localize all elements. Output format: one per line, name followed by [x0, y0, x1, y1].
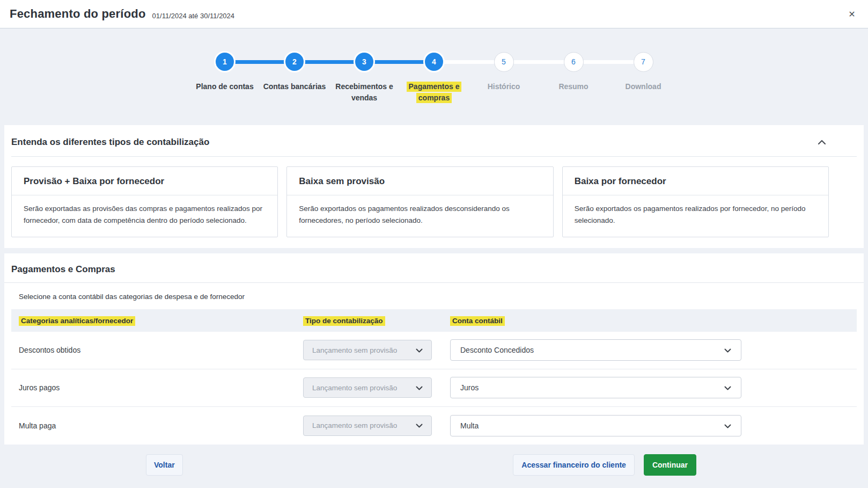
step-historico[interactable]: 5 Histórico	[469, 51, 539, 104]
step-5-label: Histórico	[468, 81, 539, 92]
accounting-type-value: Lançamento sem provisão	[312, 421, 397, 429]
step-5-circle: 5	[494, 52, 514, 72]
close-icon[interactable]: ✕	[845, 8, 858, 20]
card-baixa-por-fornecedor: Baixa por fornecedor Serão exportados os…	[562, 166, 829, 237]
step-7-label: Download	[608, 81, 679, 92]
step-connector	[303, 60, 356, 64]
card-description: Serão exportados os pagamentos realizado…	[287, 195, 553, 237]
table-row: Multa paga Lançamento sem provisão Multa	[11, 407, 857, 445]
card-title: Baixa por fornecedor	[563, 167, 828, 195]
page-title: Fechamento do período	[10, 7, 146, 21]
column-header-account: Conta contábil	[450, 316, 505, 326]
step-2-label: Contas bancárias	[259, 81, 330, 92]
step-resumo[interactable]: 6 Resumo	[539, 51, 608, 104]
step-7-circle: 7	[634, 52, 653, 72]
payments-purchases-section: Pagamentos e Compras Selecione a conta c…	[4, 253, 864, 445]
section-divider	[4, 282, 864, 283]
wizard-stepper: 1 Plano de contas 2 Contas bancárias 3 R…	[0, 28, 868, 125]
card-description: Serão exportadas as provisões das compra…	[12, 195, 277, 237]
table-header-row: Categorias analíticas/fornecedor Tipo de…	[11, 309, 857, 332]
column-header-category: Categorias analíticas/fornecedor	[19, 316, 135, 326]
payments-section-title: Pagamentos e Compras	[11, 264, 857, 275]
card-provisao-baixa-fornecedor: Provisão + Baixa por fornecedor Serão ex…	[11, 166, 278, 237]
step-6-circle: 6	[564, 52, 584, 72]
card-description: Serão exportados os pagamentos realizado…	[563, 195, 828, 237]
account-value: Multa	[460, 421, 479, 430]
table-row: Juros pagos Lançamento sem provisão Juro…	[11, 369, 857, 407]
column-header-accounting-type: Tipo de contabilização	[303, 316, 385, 326]
account-select[interactable]: Desconto Concedidos	[450, 339, 741, 361]
step-plano-de-contas[interactable]: 1 Plano de contas	[190, 51, 260, 104]
category-label: Juros pagos	[19, 383, 303, 392]
step-2-circle: 2	[284, 51, 305, 72]
account-value: Desconto Concedidos	[460, 346, 534, 354]
step-3-label: Recebimentos e vendas	[329, 81, 400, 104]
period-date-range: 01/11/2024 até 30/11/2024	[152, 12, 235, 20]
step-contas-bancarias[interactable]: 2 Contas bancárias	[260, 51, 329, 104]
account-value: Juros	[460, 383, 479, 392]
account-select[interactable]: Multa	[450, 415, 741, 436]
payments-section-subtitle: Selecione a conta contábil das categoria…	[4, 293, 864, 301]
accounting-type-select: Lançamento sem provisão	[303, 377, 432, 398]
accounting-types-title: Entenda os diferentes tipos de contabili…	[11, 137, 209, 148]
categories-table: Descontos obtidos Lançamento sem provisã…	[11, 332, 857, 445]
chevron-down-icon	[416, 346, 423, 354]
account-select[interactable]: Juros	[450, 377, 741, 398]
step-1-circle: 1	[214, 51, 236, 72]
step-connector	[582, 60, 635, 64]
accounting-types-section: Entenda os diferentes tipos de contabili…	[4, 125, 864, 248]
step-1-label: Plano de contas	[189, 81, 260, 92]
accounting-type-select: Lançamento sem provisão	[303, 416, 432, 436]
step-recebimentos-e-vendas[interactable]: 3 Recebimentos e vendas	[329, 51, 399, 104]
step-connector	[443, 60, 495, 64]
wizard-footer: Voltar Acessar financeiro do cliente Con…	[0, 445, 868, 476]
step-connector	[373, 60, 425, 64]
card-title: Provisão + Baixa por fornecedor	[12, 167, 277, 195]
chevron-down-icon	[724, 383, 731, 392]
modal-header: Fechamento do período 01/11/2024 até 30/…	[0, 0, 868, 28]
continue-button[interactable]: Continuar	[644, 454, 696, 476]
chevron-down-icon	[724, 346, 731, 354]
step-4-highlight: Pagamentos e compras	[407, 82, 462, 103]
category-label: Multa paga	[19, 421, 303, 430]
accounting-type-select: Lançamento sem provisão	[303, 340, 432, 360]
step-download[interactable]: 7 Download	[608, 51, 678, 104]
step-6-label: Resumo	[538, 81, 609, 92]
accounting-type-value: Lançamento sem provisão	[312, 346, 397, 354]
table-row: Descontos obtidos Lançamento sem provisã…	[11, 332, 857, 369]
section-divider	[11, 156, 857, 157]
chevron-down-icon	[416, 421, 423, 429]
category-label: Descontos obtidos	[19, 346, 303, 354]
back-button[interactable]: Voltar	[146, 454, 183, 476]
step-connector	[233, 60, 286, 64]
chevron-down-icon	[724, 421, 731, 430]
step-pagamentos-e-compras[interactable]: 4 Pagamentos e compras	[399, 51, 469, 104]
chevron-down-icon	[416, 384, 423, 392]
step-4-label: Pagamentos e compras	[399, 81, 469, 104]
chevron-up-icon[interactable]	[818, 140, 826, 145]
step-3-circle: 3	[354, 51, 375, 72]
step-4-circle: 4	[423, 51, 445, 72]
accounting-type-value: Lançamento sem provisão	[312, 384, 397, 392]
step-connector	[512, 60, 565, 64]
card-baixa-sem-provisao: Baixa sem provisão Serão exportados os p…	[286, 166, 553, 237]
card-title: Baixa sem provisão	[287, 167, 553, 195]
client-finance-button[interactable]: Acessar financeiro do cliente	[513, 454, 635, 476]
